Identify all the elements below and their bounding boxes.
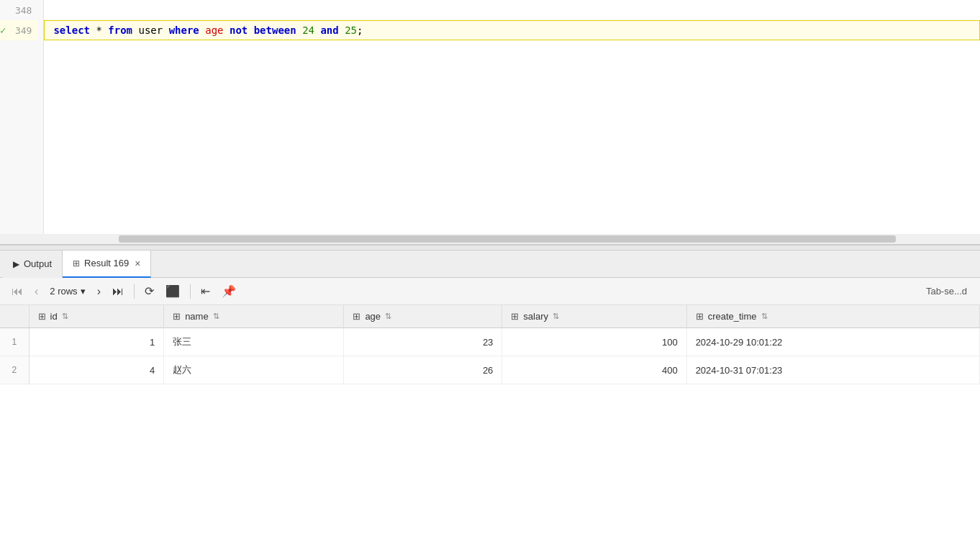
table-row[interactable]: 1 1 张三 23 100 2024-10-29 10:01:22	[0, 328, 980, 356]
keyword-where: where	[169, 24, 199, 36]
cell-name-2: 赵六	[164, 356, 344, 384]
header-row: ⊞ id ⇅ ⊞ name ⇅ ⊞	[0, 305, 980, 328]
scrollbar-thumb[interactable]	[119, 235, 896, 243]
next-page-button[interactable]: ›	[93, 282, 105, 301]
stop-button[interactable]: ⬛	[161, 281, 184, 301]
line-number-349: ✓ 349	[0, 20, 37, 40]
col-label-age: age	[365, 311, 381, 322]
tab-output[interactable]: ▶ Output	[3, 250, 63, 278]
separator-1	[134, 284, 135, 299]
cell-age-1: 23	[344, 328, 502, 356]
col-grid-icon-salary: ⊞	[511, 311, 519, 322]
sort-icon-name: ⇅	[213, 312, 219, 321]
col-grid-icon-id: ⊞	[38, 311, 46, 322]
editor-area: 348 ✓ 349 select * from user where age n…	[0, 0, 980, 245]
cell-salary-1: 100	[502, 328, 686, 356]
cell-name-1: 张三	[164, 328, 344, 356]
cell-salary-2: 400	[502, 356, 686, 384]
space8	[314, 24, 320, 36]
space9	[339, 24, 345, 36]
number-25: 25	[345, 24, 357, 36]
pin-button[interactable]: 📌	[217, 281, 240, 301]
cell-id-1: 1	[29, 328, 164, 356]
keyword-between: between	[254, 24, 296, 36]
results-panel: ▶ Output ⊞ Result 169 × ⏮ ‹ 2 rows ▾ › ⏭…	[0, 250, 980, 542]
space5	[224, 24, 230, 36]
space3	[163, 24, 168, 36]
separator-2	[190, 284, 191, 299]
first-page-button[interactable]: ⏮	[7, 282, 27, 301]
tab-result-label: Result 169	[84, 258, 129, 268]
results-toolbar: ⏮ ‹ 2 rows ▾ › ⏭ ⟳ ⬛ ⇤ 📌 Tab-se...d	[0, 278, 980, 305]
play-icon: ▶	[13, 259, 19, 269]
sort-icon-salary: ⇅	[553, 312, 559, 321]
code-line-348[interactable]	[44, 0, 980, 20]
rows-selector[interactable]: 2 rows ▾	[45, 284, 89, 298]
col-grid-icon-name: ⊞	[173, 311, 181, 322]
result-table-container[interactable]: ⊞ id ⇅ ⊞ name ⇅ ⊞	[0, 305, 980, 542]
col-header-age[interactable]: ⊞ age ⇅	[344, 305, 502, 328]
space2	[132, 24, 138, 36]
cell-rownum-1: 1	[0, 328, 29, 356]
col-grid-icon-create-time: ⊞	[696, 311, 704, 322]
semicolon: ;	[357, 24, 363, 36]
table-name: user	[138, 24, 163, 36]
refresh-button[interactable]: ⟳	[140, 281, 158, 301]
editor-content: 348 ✓ 349 select * from user where age n…	[0, 0, 980, 234]
cell-age-2: 26	[344, 356, 502, 384]
col-header-id[interactable]: ⊞ id ⇅	[29, 305, 164, 328]
tab-output-label: Output	[24, 258, 52, 269]
keyword-select: select	[53, 24, 90, 36]
col-header-salary[interactable]: ⊞ salary ⇅	[502, 305, 686, 328]
rows-dropdown-arrow: ▾	[81, 286, 86, 297]
rows-label: 2 rows	[50, 286, 77, 297]
tab-close-button[interactable]: ×	[135, 258, 140, 269]
space: *	[90, 24, 108, 36]
line-num-348: 348	[10, 5, 32, 16]
space4	[199, 24, 205, 36]
line-number-348: 348	[0, 0, 37, 20]
tab-se-label: Tab-se...d	[926, 286, 973, 297]
result-table: ⊞ id ⇅ ⊞ name ⇅ ⊞	[0, 305, 980, 384]
cell-id-2: 4	[29, 356, 164, 384]
line-numbers: 348 ✓ 349	[0, 0, 44, 234]
cell-create-time-1: 2024-10-29 10:01:22	[686, 328, 979, 356]
prev-page-button[interactable]: ‹	[30, 282, 42, 301]
tabs-bar: ▶ Output ⊞ Result 169 ×	[0, 250, 980, 278]
col-header-name[interactable]: ⊞ name ⇅	[164, 305, 344, 328]
col-label-create-time: create_time	[708, 311, 757, 322]
line-num-349: 349	[10, 25, 32, 36]
sort-icon-age: ⇅	[385, 312, 391, 321]
sort-icon-create-time: ⇅	[761, 312, 768, 321]
number-24: 24	[302, 24, 314, 36]
table-row[interactable]: 2 4 赵六 26 400 2024-10-31 07:01:23	[0, 356, 980, 384]
col-header-rownum[interactable]	[0, 305, 29, 328]
col-grid-icon-age: ⊞	[353, 311, 360, 322]
space7	[296, 24, 302, 36]
cell-rownum-2: 2	[0, 356, 29, 384]
col-label-id: id	[50, 311, 58, 322]
keyword-not: not	[230, 24, 248, 36]
keyword-from: from	[108, 24, 132, 36]
col-label-name: name	[185, 311, 209, 322]
column-age: age	[205, 24, 223, 36]
sort-icon-id: ⇅	[62, 312, 68, 321]
code-area[interactable]: select * from user where age not between…	[44, 0, 980, 234]
check-icon-349: ✓	[0, 24, 6, 36]
editor-scrollbar[interactable]	[0, 234, 980, 244]
cell-create-time-2: 2024-10-31 07:01:23	[686, 356, 979, 384]
col-label-salary: salary	[523, 311, 548, 322]
space6	[248, 24, 253, 36]
last-page-button[interactable]: ⏭	[108, 282, 128, 301]
grid-icon: ⊞	[73, 258, 80, 268]
export-button[interactable]: ⇤	[196, 281, 214, 301]
table-body: 1 1 张三 23 100 2024-10-29 10:01:22 2 4 赵六…	[0, 328, 980, 384]
col-header-create-time[interactable]: ⊞ create_time ⇅	[686, 305, 979, 328]
code-line-349[interactable]: select * from user where age not between…	[44, 20, 980, 40]
table-header: ⊞ id ⇅ ⊞ name ⇅ ⊞	[0, 305, 980, 328]
tab-result[interactable]: ⊞ Result 169 ×	[63, 250, 151, 278]
keyword-and: and	[320, 24, 338, 36]
